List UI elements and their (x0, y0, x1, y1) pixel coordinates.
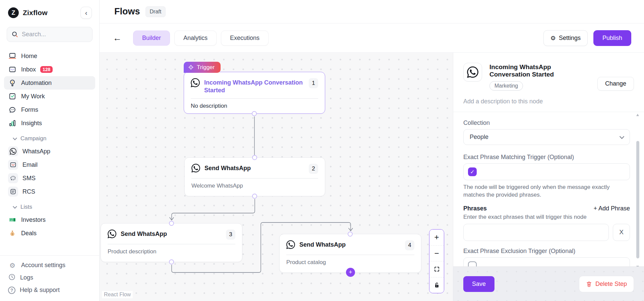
sidebar-item-label: Investors (21, 216, 46, 223)
sms-icon (8, 173, 18, 183)
automation-icon (8, 79, 17, 87)
fit-view-icon (434, 266, 440, 272)
sidebar-item-investors[interactable]: $ Investors (4, 213, 95, 227)
delete-step-button[interactable]: Delete Step (579, 276, 634, 292)
svg-text:$: $ (12, 233, 13, 236)
node-input-handle[interactable] (169, 221, 174, 226)
sidebar-item-label: Forms (21, 106, 38, 113)
whatsapp-icon (108, 230, 116, 238)
sidebar-item-clipped[interactable]: WhatsApp Sales (4, 240, 95, 244)
node-number-badge: 4 (405, 240, 414, 250)
node-title: Incoming WhatsApp Conversation Started (204, 78, 304, 94)
sidebar-section-lists[interactable]: Lists (4, 198, 95, 213)
sidebar-item-logs[interactable]: Logs (4, 271, 95, 284)
tab-analytics[interactable]: Analytics (174, 31, 217, 46)
react-flow-attribution[interactable]: React Flow (102, 291, 133, 298)
fit-view-button[interactable] (429, 261, 444, 278)
node-output-handle[interactable] (169, 259, 174, 264)
inbox-count-badge: 128 (40, 66, 53, 73)
flow-node-trigger[interactable]: Trigger Incoming WhatsApp Conversation S… (184, 72, 325, 114)
phrase-input[interactable] (463, 224, 609, 241)
change-node-button[interactable]: Change (597, 77, 634, 91)
sidebar-item-sms[interactable]: SMS (4, 171, 95, 185)
rcs-icon (8, 187, 18, 197)
sidebar-item-home[interactable]: Home (4, 49, 95, 63)
sidebar-item-label: Email (22, 161, 38, 168)
inspector-scroll-area: Collection People Exact Phrase Matching … (453, 112, 644, 274)
chevron-down-icon (13, 136, 17, 140)
sidebar-item-label: Insights (21, 120, 42, 127)
sidebar-collapse-button[interactable]: ‹ (80, 7, 92, 19)
sidebar-item-help-support[interactable]: ? Help & support (4, 284, 95, 296)
node-input-handle[interactable] (252, 155, 257, 160)
sidebar-item-whatsapp[interactable]: WhatsApp (4, 145, 95, 158)
inspector-footer: Save Delete Step (453, 266, 644, 301)
save-button[interactable]: Save (463, 276, 494, 292)
sidebar-item-my-work[interactable]: My Work (4, 90, 95, 103)
sidebar-item-label: Inbox (21, 66, 36, 73)
exact-match-checkbox[interactable]: ✓ (468, 167, 477, 176)
insights-icon (8, 119, 17, 127)
node-divider (191, 98, 318, 99)
zoom-out-button[interactable]: − (429, 246, 444, 262)
node-title: Send WhatsApp (204, 164, 304, 172)
flow-canvas[interactable]: Trigger Incoming WhatsApp Conversation S… (100, 53, 453, 301)
brand-name: Zixflow (23, 9, 48, 17)
node-description-placeholder[interactable]: Add a description to this node (463, 98, 634, 105)
node-output-handle[interactable] (252, 194, 257, 199)
inspector-title: Incoming WhatsApp Conversation Started (489, 63, 590, 78)
node-input-handle[interactable] (348, 232, 353, 237)
sidebar: Z Zixflow ‹ Search... Home Inbox 128 Aut… (0, 0, 100, 301)
canvas-controls: + − (429, 229, 444, 293)
sidebar-item-automation[interactable]: Automation (4, 76, 95, 90)
collection-value: People (470, 134, 488, 141)
sidebar-item-label: Help & support (20, 287, 60, 294)
zoom-in-button[interactable]: + (429, 230, 444, 246)
node-description: Product description (108, 248, 235, 255)
logo-row: Z Zixflow ‹ (0, 0, 99, 21)
sidebar-item-email[interactable]: Email (4, 158, 95, 171)
flow-node-4[interactable]: Send WhatsApp 4 Product catalog + (279, 234, 421, 273)
add-phrase-button[interactable]: + Add Phrase (593, 205, 630, 212)
sidebar-item-inbox[interactable]: Inbox 128 (4, 63, 95, 76)
exact-match-field: ✓ (463, 163, 630, 180)
chevron-down-icon (13, 204, 17, 209)
gear-icon: ⚙ (550, 35, 556, 42)
lock-button[interactable] (429, 278, 444, 293)
publish-button[interactable]: Publish (593, 30, 631, 46)
inspector-scrollbar[interactable] (636, 116, 639, 266)
search-input[interactable]: Search... (7, 27, 93, 42)
sidebar-item-account-settings[interactable]: ⚙ Account settings (4, 259, 95, 271)
question-icon: ? (8, 287, 15, 294)
clock-icon (8, 273, 16, 283)
sidebar-item-insights[interactable]: Insights (4, 116, 95, 130)
node-inspector-panel: Incoming WhatsApp Conversation Started M… (453, 53, 644, 301)
back-button[interactable]: ← (113, 33, 122, 43)
node-divider (191, 178, 318, 179)
exclusion-label: Exact Phrase Exclusion Trigger (Optional… (463, 248, 630, 255)
flow-node-2[interactable]: Send WhatsApp 2 Welcome WhatsApp (184, 157, 325, 196)
node-divider (286, 255, 414, 255)
tab-builder[interactable]: Builder (133, 31, 170, 46)
sidebar-footer: ⚙ Account settings Logs ? Help & support (0, 255, 99, 296)
scrollbar-thumb[interactable] (636, 141, 639, 258)
node-description: Welcome WhatsApp (191, 183, 318, 189)
node-output-handle[interactable] (252, 111, 257, 116)
sidebar-item-label: Account settings (21, 262, 65, 269)
flow-node-3[interactable]: Send WhatsApp 3 Product description (101, 223, 242, 262)
trigger-tag-label: Trigger (197, 64, 215, 71)
whatsapp-icon (191, 164, 200, 172)
remove-phrase-button[interactable]: X (613, 224, 630, 241)
node-description: No description (191, 103, 318, 109)
tab-executions[interactable]: Executions (221, 31, 269, 46)
sidebar-item-forms[interactable]: Forms (4, 103, 95, 116)
collection-select[interactable]: People (463, 129, 630, 145)
add-node-button[interactable]: + (346, 268, 355, 277)
sidebar-item-label: Home (21, 53, 37, 60)
scroll-up-arrow[interactable] (636, 114, 639, 116)
sidebar-item-deals[interactable]: $ Deals (4, 227, 95, 240)
sidebar-section-campaign[interactable]: Campaign (4, 130, 95, 145)
settings-button[interactable]: ⚙ Settings (543, 30, 588, 46)
phrases-label: Phrases (463, 205, 487, 212)
sidebar-item-rcs[interactable]: RCS (4, 185, 95, 198)
